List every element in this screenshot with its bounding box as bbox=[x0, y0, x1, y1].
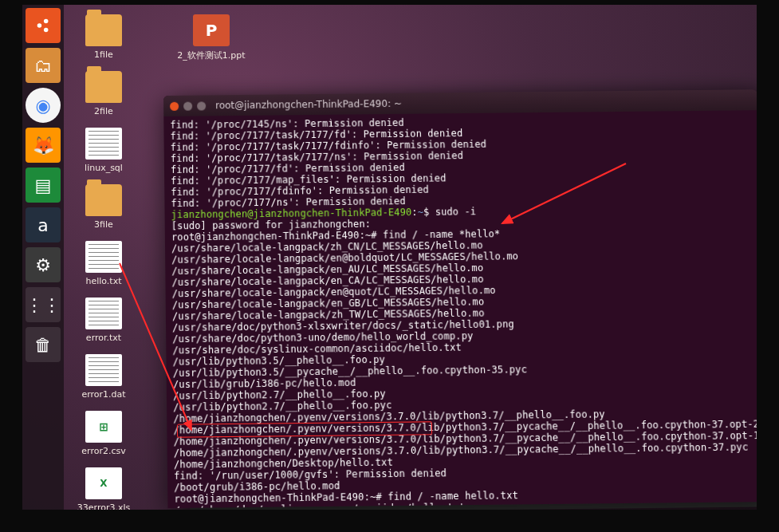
text-file-icon bbox=[85, 354, 122, 386]
icon-label: hello.txt bbox=[85, 276, 121, 286]
app-grid-icon[interactable]: ⋮⋮ bbox=[26, 287, 61, 322]
firefox-icon[interactable]: 🦊 bbox=[26, 128, 61, 163]
desktop-file-linux-sql[interactable]: linux_sql bbox=[72, 128, 136, 173]
close-icon[interactable] bbox=[170, 101, 179, 110]
icon-label: 2file bbox=[94, 106, 113, 116]
terminal-body[interactable]: find: '/proc/7145/ns': Permission denied… bbox=[163, 110, 771, 508]
desktop-icons-col2: P 2_软件测试1.ppt bbox=[167, 14, 255, 73]
text-file-icon bbox=[85, 298, 122, 329]
files-icon[interactable]: 🗂 bbox=[26, 48, 61, 83]
desktop-file-hello-txt[interactable]: hello.txt bbox=[72, 241, 136, 286]
maximize-icon[interactable] bbox=[197, 101, 206, 110]
folder-icon bbox=[85, 14, 122, 46]
settings-icon[interactable]: ⚙ bbox=[26, 247, 61, 282]
ppt-file-icon: P bbox=[193, 14, 230, 46]
text-file-icon bbox=[85, 241, 122, 273]
desktop-folder-3file[interactable]: 3file bbox=[72, 184, 136, 230]
unity-launcher: 🗂 ◉ 🦊 ▤ a ⚙ >_ ⋮⋮ 🗑 bbox=[22, 5, 64, 510]
desktop-file-error2-csv[interactable]: ⊞error2.csv bbox=[72, 411, 136, 456]
icon-label: error1.dat bbox=[81, 389, 125, 400]
desktop-file-33error3-xls[interactable]: X33error3.xls bbox=[72, 467, 136, 513]
desktop-folder-2file[interactable]: 2file bbox=[72, 71, 136, 116]
svg-point-1 bbox=[44, 19, 48, 24]
desktop-file-error-txt[interactable]: error.txt bbox=[72, 298, 136, 343]
window-title: root@jianzhongchen-ThinkPad-E490: ~ bbox=[215, 98, 402, 111]
icon-label: 3file bbox=[94, 219, 113, 230]
icon-label: error.txt bbox=[86, 333, 121, 343]
libreoffice-icon[interactable]: ▤ bbox=[26, 167, 61, 203]
minimize-icon[interactable] bbox=[183, 101, 192, 110]
icon-label: 1file bbox=[94, 49, 113, 60]
chrome-icon[interactable]: ◉ bbox=[26, 88, 61, 123]
dash-icon[interactable] bbox=[26, 8, 61, 43]
amazon-icon[interactable]: a bbox=[26, 207, 61, 242]
csv-file-icon: ⊞ bbox=[85, 411, 122, 443]
text-file-icon bbox=[85, 128, 122, 160]
svg-point-2 bbox=[44, 28, 48, 33]
folder-icon bbox=[85, 71, 122, 103]
folder-icon bbox=[85, 184, 122, 216]
icon-label: 33error3.xls bbox=[77, 502, 130, 513]
terminal-window[interactable]: root@jianzhongchen-ThinkPad-E490: ~ find… bbox=[163, 89, 771, 508]
desktop-file-ppt[interactable]: P 2_软件测试1.ppt bbox=[167, 14, 255, 61]
xls-file-icon: X bbox=[85, 467, 122, 499]
icon-label: error2.csv bbox=[81, 446, 125, 456]
svg-point-0 bbox=[37, 23, 42, 28]
desktop-folder-1file[interactable]: 1file bbox=[72, 14, 136, 60]
desktop-icons-col1: 1file 2file linux_sql 3file hello.txt er… bbox=[72, 14, 136, 524]
desktop-file-error1-dat[interactable]: error1.dat bbox=[72, 354, 136, 400]
icon-label: linux_sql bbox=[85, 163, 123, 173]
trash-icon[interactable]: 🗑 bbox=[26, 327, 61, 362]
icon-label: 2_软件测试1.ppt bbox=[177, 49, 245, 61]
